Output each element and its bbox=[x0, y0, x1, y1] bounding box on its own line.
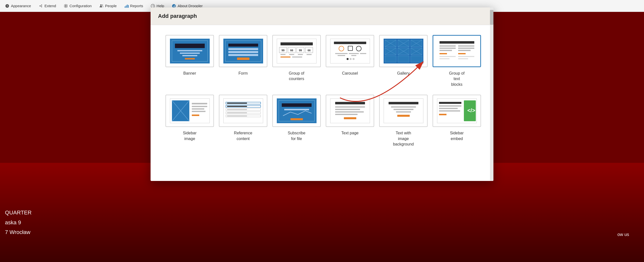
modal-title: Add paragraph bbox=[158, 13, 486, 19]
reference-content-label: Referencecontent bbox=[234, 131, 252, 141]
form-label: Form bbox=[238, 71, 248, 76]
svg-rect-116 bbox=[227, 112, 247, 113]
paragraph-type-group-of-counters[interactable]: 99 66 99 66 bbox=[272, 35, 321, 87]
svg-rect-21 bbox=[185, 58, 195, 59]
svg-rect-85 bbox=[440, 48, 456, 49]
subscribe-for-file-icon bbox=[277, 98, 316, 123]
svg-rect-104 bbox=[192, 111, 206, 112]
svg-rect-69 bbox=[411, 56, 422, 62]
svg-rect-115 bbox=[227, 109, 247, 110]
modal-overlay: Add paragraph bbox=[0, 0, 644, 262]
svg-rect-45 bbox=[292, 56, 302, 57]
svg-rect-44 bbox=[280, 56, 290, 57]
subscribe-for-file-label: Subscribefor file bbox=[288, 131, 305, 141]
banner-label: Banner bbox=[183, 71, 196, 76]
svg-rect-43 bbox=[306, 54, 312, 55]
svg-rect-88 bbox=[458, 48, 474, 49]
sidebar-embed-label: Sidebarembed bbox=[450, 131, 464, 141]
svg-rect-117 bbox=[227, 116, 247, 117]
svg-rect-83 bbox=[440, 41, 474, 44]
svg-rect-114 bbox=[227, 106, 247, 107]
svg-text:99: 99 bbox=[299, 49, 302, 52]
text-with-image-background-icon-container bbox=[379, 95, 428, 127]
svg-text:66: 66 bbox=[307, 49, 310, 52]
svg-rect-87 bbox=[458, 45, 474, 47]
svg-rect-102 bbox=[192, 106, 207, 107]
form-icon-container bbox=[219, 35, 267, 67]
svg-rect-91 bbox=[458, 53, 466, 54]
svg-rect-143 bbox=[439, 110, 460, 112]
paragraph-type-text-with-image-background[interactable]: Text withimagebackground bbox=[379, 95, 428, 147]
svg-rect-20 bbox=[182, 55, 197, 56]
svg-rect-135 bbox=[394, 109, 414, 110]
svg-rect-41 bbox=[289, 54, 294, 55]
svg-rect-52 bbox=[335, 53, 348, 54]
svg-rect-28 bbox=[237, 57, 250, 60]
form-icon bbox=[223, 39, 263, 63]
paragraph-type-gallery[interactable]: Gallery bbox=[379, 35, 428, 87]
svg-rect-142 bbox=[439, 108, 458, 109]
sidebar-image-icon bbox=[170, 98, 210, 123]
paragraph-type-text-page[interactable]: Text page bbox=[326, 95, 374, 147]
banner-icon bbox=[170, 39, 210, 63]
paragraph-type-reference-content[interactable]: Referencecontent bbox=[219, 95, 267, 147]
svg-rect-19 bbox=[180, 53, 200, 54]
svg-rect-101 bbox=[192, 103, 207, 104]
text-page-icon-container bbox=[326, 95, 374, 127]
modal-body: Banner bbox=[150, 25, 494, 157]
paragraph-type-sidebar-embed[interactable]: </> Sidebarembed bbox=[432, 95, 481, 147]
sidebar-image-icon-container bbox=[166, 95, 214, 127]
svg-rect-140 bbox=[439, 102, 462, 104]
gallery-icon-container bbox=[379, 35, 428, 67]
group-of-counters-label: Group ofcounters bbox=[289, 71, 304, 82]
text-page-label: Text page bbox=[342, 131, 358, 136]
svg-rect-25 bbox=[228, 48, 258, 50]
modal-scrollbar-thumb[interactable] bbox=[490, 10, 494, 25]
svg-rect-136 bbox=[396, 111, 411, 113]
svg-rect-92 bbox=[440, 56, 456, 57]
svg-rect-26 bbox=[228, 51, 258, 53]
sidebar-image-label: Sidebarimage bbox=[183, 131, 196, 141]
group-of-text-blocks-label: Group oftextblocks bbox=[449, 71, 464, 87]
svg-rect-105 bbox=[192, 115, 199, 116]
group-of-text-blocks-icon bbox=[437, 39, 477, 63]
add-paragraph-modal: Add paragraph bbox=[150, 7, 494, 181]
svg-rect-48 bbox=[334, 42, 366, 44]
svg-text:99: 99 bbox=[281, 49, 284, 52]
svg-point-57 bbox=[346, 58, 348, 60]
reference-content-icon bbox=[223, 98, 263, 123]
svg-rect-68 bbox=[398, 56, 409, 62]
svg-rect-125 bbox=[335, 102, 365, 104]
svg-rect-42 bbox=[298, 54, 303, 55]
svg-rect-31 bbox=[280, 42, 313, 45]
svg-point-59 bbox=[352, 58, 354, 60]
banner-icon-container bbox=[166, 35, 214, 67]
paragraph-type-form[interactable]: Form bbox=[219, 35, 267, 87]
paragraph-type-carousel[interactable]: Carousel bbox=[326, 35, 374, 87]
svg-rect-67 bbox=[385, 56, 396, 62]
svg-text:66: 66 bbox=[290, 49, 293, 52]
svg-rect-120 bbox=[282, 103, 312, 107]
paragraph-type-group-of-text-blocks[interactable]: Group oftextblocks bbox=[432, 35, 481, 87]
svg-rect-93 bbox=[458, 56, 474, 57]
carousel-icon bbox=[330, 39, 370, 63]
svg-rect-56 bbox=[351, 55, 356, 56]
svg-rect-55 bbox=[338, 55, 345, 56]
group-of-counters-icon: 99 66 99 66 bbox=[277, 39, 316, 63]
svg-rect-121 bbox=[284, 109, 309, 110]
paragraph-type-banner[interactable]: Banner bbox=[166, 35, 214, 87]
svg-rect-53 bbox=[349, 53, 359, 54]
svg-rect-133 bbox=[388, 102, 418, 104]
svg-rect-54 bbox=[360, 53, 366, 54]
text-with-image-background-label: Text withimagebackground bbox=[393, 131, 414, 147]
modal-scrollbar[interactable] bbox=[490, 7, 494, 181]
svg-rect-18 bbox=[178, 50, 202, 51]
svg-text:</>: </> bbox=[467, 107, 475, 114]
paragraph-type-subscribe-for-file[interactable]: Subscribefor file bbox=[272, 95, 321, 147]
svg-rect-127 bbox=[335, 109, 360, 110]
svg-rect-17 bbox=[175, 44, 205, 48]
svg-rect-144 bbox=[439, 114, 446, 115]
subscribe-for-file-icon-container bbox=[272, 95, 321, 127]
group-of-text-blocks-icon-container bbox=[432, 35, 481, 67]
paragraph-type-sidebar-image[interactable]: Sidebarimage bbox=[166, 95, 214, 147]
